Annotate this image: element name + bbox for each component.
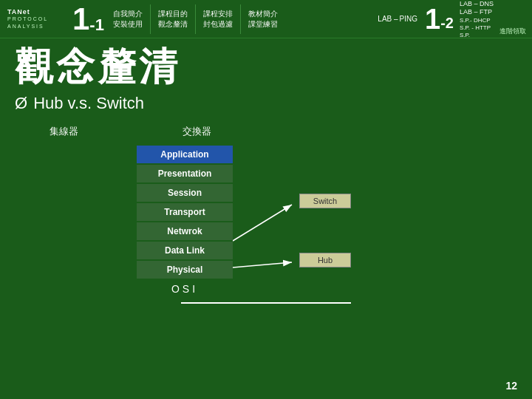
svg-line-1 bbox=[233, 262, 292, 267]
layer-network: Netwrok bbox=[137, 222, 233, 240]
main-content: 觀念釐清 Ø Hub v.s. Switch 集線器 交換器 Applicati… bbox=[0, 38, 532, 311]
svg-line-0 bbox=[233, 205, 292, 241]
brand-sub: PROTOCOLANALYSIS bbox=[7, 16, 65, 29]
nav-item-2[interactable]: 課程安排 封包過濾 bbox=[197, 6, 239, 33]
layer-session: Session bbox=[137, 184, 233, 202]
nav-num-left: 1 -1 bbox=[69, 0, 107, 38]
osi-label: OSI bbox=[171, 283, 198, 295]
nav-items: 自我簡介 安裝使用 課程目的 觀念釐清 課程安排 封包過濾 教材簡介 課堂練習 bbox=[107, 0, 284, 38]
layer-presentation: Presentation bbox=[137, 165, 233, 183]
right-diagram: Switch Hub bbox=[233, 146, 395, 301]
lab-num: 1 -2 bbox=[422, 5, 457, 33]
diagram-wrapper: Application Presentation Session Transpo… bbox=[137, 146, 233, 301]
bottom-line-area bbox=[15, 302, 517, 304]
top-bar: TANet PROTOCOLANALYSIS 1 -1 自我簡介 安裝使用 課程… bbox=[0, 0, 532, 38]
nav-sep-3 bbox=[240, 4, 241, 34]
switch-box: Switch bbox=[299, 194, 351, 208]
heading-text: Hub v.s. Switch bbox=[33, 94, 144, 113]
hub-switch-labels: 集線器 交換器 bbox=[41, 125, 517, 138]
layer-transport: Transport bbox=[137, 203, 233, 221]
sp-links: S.P.- DHCP S.P. - HTTP S.P. bbox=[460, 17, 494, 38]
osi-label-row: OSI bbox=[137, 283, 233, 295]
advance-section: 進階領取 bbox=[497, 0, 529, 38]
page-title: 觀念釐清 bbox=[15, 46, 517, 88]
osi-stack: Application Presentation Session Transpo… bbox=[137, 146, 233, 279]
page-number: 12 bbox=[505, 380, 517, 392]
brand: TANet PROTOCOLANALYSIS bbox=[3, 0, 69, 38]
nav-item-0[interactable]: 自我簡介 安裝使用 bbox=[107, 6, 149, 33]
diagram-area: Application Presentation Session Transpo… bbox=[15, 146, 517, 301]
hub-label: 集線器 bbox=[41, 125, 86, 138]
nav-sep-2 bbox=[195, 4, 196, 34]
lab-section: LAB – PING 1 -2 LAB – DNS LAB – FTP S.P.… bbox=[373, 0, 497, 38]
switch-label: 交換器 bbox=[174, 125, 219, 138]
section-heading: Ø Hub v.s. Switch bbox=[15, 94, 517, 113]
layer-physical: Physical bbox=[137, 261, 233, 279]
brand-name: TANet bbox=[7, 8, 65, 16]
lab-links: LAB – DNS LAB – FTP bbox=[460, 0, 494, 16]
layer-application: Application bbox=[137, 146, 233, 163]
diagram-svg bbox=[233, 146, 395, 301]
nav-item-3[interactable]: 教材簡介 課堂練習 bbox=[242, 6, 284, 33]
nav-sep-1 bbox=[150, 4, 151, 34]
bullet: Ø bbox=[15, 94, 27, 113]
lab-block: LAB – PING bbox=[373, 15, 422, 23]
layer-datalink: Data Link bbox=[137, 242, 233, 259]
bottom-line bbox=[181, 302, 277, 304]
advance-label: 進階領取 bbox=[499, 27, 526, 36]
nav-item-1[interactable]: 課程目的 觀念釐清 bbox=[152, 6, 194, 33]
hub-box: Hub bbox=[299, 253, 351, 267]
bottom-line2 bbox=[277, 302, 351, 304]
